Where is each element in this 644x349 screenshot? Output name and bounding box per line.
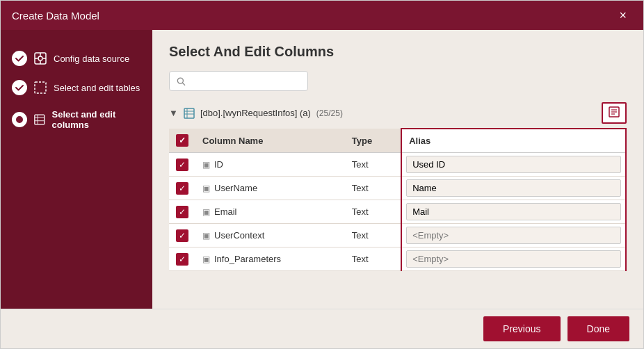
dialog-title: Create Data Model	[12, 10, 99, 22]
table-header: ✓ Column Name Type Alias	[169, 129, 626, 153]
sidebar-item-columns-label: Select and edit columns	[52, 109, 141, 130]
expand-icon[interactable]: ▼	[169, 108, 178, 118]
search-icon	[177, 76, 186, 86]
col-header-name: Column Name	[195, 129, 345, 153]
col-name-value: ID	[214, 159, 223, 170]
row-alias-cell	[401, 247, 626, 271]
row-column-type: Text	[345, 200, 401, 224]
row-column-type: Text	[345, 153, 401, 177]
sidebar-item-columns[interactable]: Select and edit columns	[1, 102, 152, 137]
col-header-alias: Alias	[401, 129, 626, 153]
row-checkbox-cell: ✓	[169, 247, 195, 271]
columns-table: ✓ Column Name Type Alias ✓▣IDText✓▣UserN…	[169, 128, 627, 271]
row-alias-input[interactable]	[406, 227, 621, 244]
row-alias-cell	[401, 153, 626, 177]
svg-rect-6	[35, 82, 46, 93]
row-column-name: ▣UserName	[195, 177, 345, 200]
alias-export-button[interactable]	[602, 102, 627, 124]
col-name-value: UserName	[214, 183, 257, 193]
row-column-type: Text	[345, 247, 401, 271]
col-name-value: UserContext	[214, 230, 264, 241]
done-button[interactable]: Done	[567, 316, 629, 341]
col-icon: ▣	[202, 207, 210, 217]
col-name-value: Info_Parameters	[214, 254, 281, 264]
page-title: Select And Edit Columns	[169, 44, 627, 60]
row-alias-input[interactable]	[406, 156, 621, 173]
table-row: ✓▣UserNameText	[169, 177, 626, 200]
columns-icon	[34, 113, 45, 126]
col-header-type: Type	[345, 129, 401, 153]
col-icon: ▣	[202, 184, 210, 193]
table-row: ✓▣IDText	[169, 153, 626, 177]
step-icon-columns	[12, 112, 27, 127]
row-column-type: Text	[345, 224, 401, 247]
svg-line-12	[183, 83, 185, 85]
table-row: ✓▣Info_ParametersText	[169, 247, 626, 271]
row-alias-input[interactable]	[406, 179, 621, 197]
col-icon: ▣	[202, 160, 210, 170]
table-row: ✓▣EmailText	[169, 200, 626, 224]
row-checkbox[interactable]: ✓	[176, 182, 188, 195]
table-row: ✓▣UserContextText	[169, 224, 626, 247]
table-grid-icon	[184, 108, 195, 119]
row-checkbox-cell: ✓	[169, 153, 195, 177]
search-input[interactable]	[190, 76, 300, 86]
sidebar-item-tables-label: Select and edit tables	[54, 83, 140, 93]
svg-rect-13	[184, 108, 194, 118]
sidebar: Config data source Select and edit table…	[1, 30, 152, 309]
col-icon: ▣	[202, 254, 210, 264]
svg-point-1	[38, 56, 42, 60]
table-name: [dbo].[wynRequestInfos] (a)	[200, 108, 311, 118]
row-column-name: ▣UserContext	[195, 224, 345, 247]
tables-icon	[34, 81, 47, 94]
footer: Previous Done	[1, 309, 643, 348]
close-button[interactable]: ×	[613, 6, 632, 24]
select-all-checkbox[interactable]: ✓	[176, 134, 188, 147]
sidebar-item-config-label: Config data source	[54, 54, 129, 64]
row-checkbox-cell: ✓	[169, 200, 195, 224]
row-checkbox-cell: ✓	[169, 224, 195, 247]
row-checkbox-cell: ✓	[169, 177, 195, 200]
svg-rect-7	[35, 115, 45, 124]
main-content: Select And Edit Columns ▼	[152, 30, 643, 309]
row-column-type: Text	[345, 177, 401, 200]
columns-scroll-area[interactable]: ✓ Column Name Type Alias ✓▣IDText✓▣UserN…	[169, 128, 627, 271]
row-checkbox[interactable]: ✓	[176, 229, 188, 242]
table-header-row: ▼ [dbo].[wynRequestInfos] (a) (25/25)	[169, 102, 627, 124]
col-name-value: Email	[214, 206, 237, 217]
col-header-checkbox: ✓	[169, 129, 195, 153]
sidebar-item-config[interactable]: Config data source	[1, 44, 152, 73]
row-alias-input[interactable]	[406, 250, 621, 268]
create-data-model-dialog: Create Data Model × Config data source	[0, 0, 644, 349]
step-icon-tables	[12, 80, 27, 95]
search-bar[interactable]	[169, 71, 308, 91]
row-alias-cell	[401, 224, 626, 247]
row-alias-input[interactable]	[406, 203, 621, 220]
row-checkbox[interactable]: ✓	[176, 206, 188, 218]
row-column-name: ▣Email	[195, 200, 345, 224]
row-alias-cell	[401, 200, 626, 224]
row-alias-cell	[401, 177, 626, 200]
row-column-name: ▣ID	[195, 153, 345, 177]
row-checkbox[interactable]: ✓	[176, 159, 188, 171]
previous-button[interactable]: Previous	[483, 316, 560, 341]
step-icon-config	[12, 51, 27, 66]
row-column-name: ▣Info_Parameters	[195, 247, 345, 271]
col-icon: ▣	[202, 231, 210, 241]
title-bar: Create Data Model ×	[1, 1, 643, 30]
sidebar-item-tables[interactable]: Select and edit tables	[1, 73, 152, 102]
row-checkbox[interactable]: ✓	[176, 253, 188, 266]
dialog-body: Config data source Select and edit table…	[1, 30, 643, 309]
table-count: (25/25)	[316, 108, 343, 118]
config-icon	[34, 52, 47, 65]
